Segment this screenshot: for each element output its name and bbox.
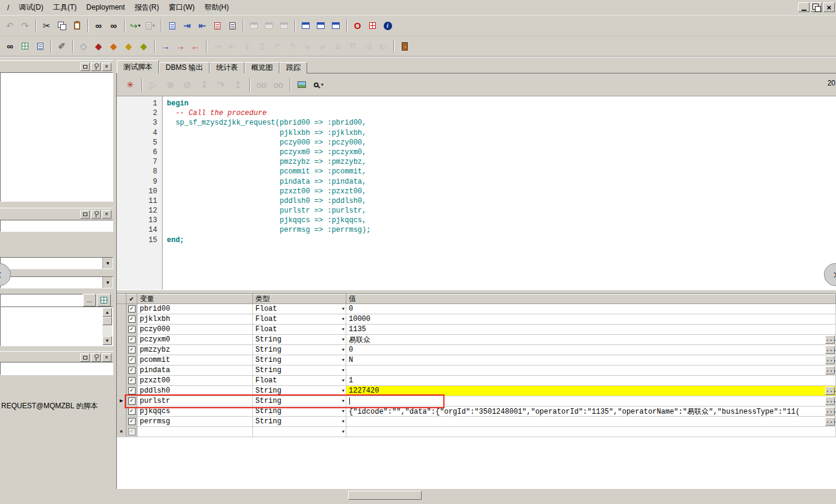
menu-item-5[interactable]: 窗口(W) — [164, 1, 199, 14]
spectacles-button[interactable]: ∞ — [2, 39, 17, 54]
listbox-scrollbar[interactable]: ▲ ▼ — [102, 308, 112, 345]
type-dropdown-icon[interactable]: ▼ — [342, 409, 345, 414]
scrollbar-thumb[interactable] — [348, 491, 422, 500]
filter-combobox-1[interactable]: ▼ — [0, 257, 113, 269]
tools-wrench-button[interactable]: ✐ — [54, 39, 69, 54]
debug-step-8-button[interactable]: ↲ — [315, 39, 330, 54]
value-cell[interactable]: 1227420... — [346, 386, 836, 396]
grid-row[interactable]: ✓pczy000Float▼1135 — [117, 325, 836, 335]
grid-row[interactable]: *✓▼ — [117, 427, 836, 437]
variable-cell[interactable]: pzxzt00 — [137, 376, 253, 385]
variable-cell[interactable]: pindata — [137, 366, 253, 375]
row-checkbox[interactable]: ✓ — [128, 428, 136, 435]
filter-combobox-2[interactable]: ▼ — [0, 276, 113, 288]
step-over-button[interactable]: ↷ — [213, 77, 229, 93]
form-grid-button[interactable] — [17, 39, 33, 54]
value-ellipsis-button[interactable]: ... — [825, 387, 835, 395]
value-ellipsis-button[interactable]: ... — [825, 335, 835, 344]
type-cell[interactable]: Float▼ — [253, 325, 346, 334]
oracle-home-button[interactable]: O — [350, 18, 365, 34]
window-list-button[interactable] — [276, 18, 292, 34]
value-cell[interactable]: 0 — [346, 304, 836, 314]
row-checkbox[interactable]: ✓ — [128, 397, 136, 405]
gem-orange-button[interactable]: ◆ — [106, 39, 121, 54]
format-code-button[interactable] — [210, 18, 225, 34]
tab-概览图[interactable]: 概览图 — [245, 62, 279, 73]
find-button[interactable]: ∞ — [91, 18, 106, 34]
open-recent-button[interactable]: ▾ — [143, 18, 158, 34]
debug-step-4-button[interactable]: ↥ — [255, 39, 270, 54]
panel-close-button[interactable]: × — [102, 63, 111, 71]
value-cell[interactable]: ... — [346, 396, 836, 406]
panel-close-button[interactable]: × — [102, 353, 111, 362]
path-input[interactable] — [0, 294, 83, 306]
panel-pin-button[interactable] — [91, 353, 101, 362]
value-column-header[interactable]: 值 — [346, 294, 836, 304]
row-checkbox[interactable]: ✓ — [128, 377, 136, 384]
tab-测试脚本[interactable]: 测试脚本 — [117, 60, 159, 73]
object-browser-panel[interactable] — [0, 72, 113, 202]
scroll-up-icon[interactable]: ▲ — [102, 308, 112, 317]
small-panel[interactable] — [0, 220, 113, 232]
report-doc-button[interactable] — [33, 39, 48, 54]
type-cell[interactable]: Float▼ — [253, 314, 346, 324]
value-cell[interactable]: 1 — [346, 376, 836, 385]
gem-gold-button[interactable]: ◆ — [121, 39, 136, 54]
tab-统计表[interactable]: 统计表 — [210, 62, 245, 73]
debug-step-12-button[interactable]: ⇇ — [375, 39, 390, 54]
grid-row[interactable]: ✓perrmsgString▼... — [117, 417, 836, 427]
browse-button[interactable]: ... — [83, 294, 96, 306]
undo-button[interactable]: ↶ — [2, 18, 17, 34]
new-document-button[interactable] — [164, 18, 179, 34]
debug-step-7-button[interactable]: ↳ — [300, 39, 315, 54]
variable-cell[interactable]: pbrid00 — [137, 304, 253, 314]
item-listbox[interactable]: ▲ ▼ — [0, 306, 113, 346]
find-next-button[interactable]: ∞ — [106, 18, 121, 34]
check-all-header[interactable]: ✔ — [126, 294, 137, 304]
value-cell[interactable] — [346, 427, 836, 437]
grid-row[interactable]: ✓pcommitString▼N... — [117, 355, 836, 366]
horizontal-scrollbar[interactable] — [116, 490, 836, 500]
menu-item-3[interactable]: Deployment — [81, 1, 129, 14]
value-cell[interactable]: 10000 — [346, 314, 836, 324]
arrange-windows-button[interactable] — [328, 18, 343, 34]
type-cell[interactable]: String▼ — [253, 335, 346, 344]
redo-button[interactable]: ↷ — [17, 18, 33, 34]
type-dropdown-icon[interactable]: ▼ — [342, 337, 345, 342]
grid-row[interactable]: ✓pzxzt00Float▼1 — [117, 376, 836, 386]
type-dropdown-icon[interactable]: ▼ — [342, 388, 345, 393]
execute-red-button[interactable]: → — [173, 39, 188, 54]
value-cell[interactable]: {"idcode":"","data":{"orgId":"3501248001… — [346, 406, 836, 416]
profiler-start-button[interactable]: oo — [253, 77, 270, 93]
editor-grid-splitter[interactable] — [117, 290, 836, 294]
debug-step-1-button[interactable]: ⇥ — [210, 39, 225, 54]
row-checkbox[interactable]: ✓ — [128, 316, 136, 323]
type-dropdown-icon[interactable]: ▼ — [342, 399, 345, 403]
type-cell[interactable]: String▼ — [253, 406, 346, 416]
chevron-down-icon[interactable]: ▼ — [102, 277, 113, 288]
debug-step-10-button[interactable]: ⇈ — [345, 39, 360, 54]
exit-door-button[interactable] — [397, 39, 412, 54]
prev-window-button[interactable] — [246, 18, 261, 34]
cut-button[interactable]: ✂ — [39, 18, 54, 34]
panel-pin-button[interactable] — [91, 210, 101, 219]
restore-button[interactable] — [811, 2, 822, 12]
row-checkbox[interactable]: ✓ — [128, 356, 136, 364]
load-template-button[interactable]: ↪▾ — [128, 18, 143, 34]
panel-pin-button[interactable] — [91, 63, 101, 71]
type-cell[interactable]: String▼ — [253, 417, 346, 426]
value-cell[interactable]: ... — [346, 366, 836, 375]
gem-gray-button[interactable]: ◇ — [76, 39, 91, 54]
variable-cell[interactable]: pjklxbh — [137, 314, 253, 324]
view-picture-button[interactable] — [293, 77, 310, 93]
type-cell[interactable]: String▼ — [253, 396, 346, 406]
debug-step-2-button[interactable]: ⇤ — [225, 39, 240, 54]
find-magnifier-button[interactable]: ▾ — [310, 77, 327, 93]
paste-button[interactable] — [69, 18, 84, 34]
oracle-grid-button[interactable] — [365, 18, 380, 34]
scroll-down-icon[interactable]: ▼ — [102, 336, 112, 345]
execute-forward-button[interactable]: → — [158, 39, 173, 54]
grid-row[interactable]: ✓pjklxbhFloat▼10000 — [117, 314, 836, 325]
type-dropdown-icon[interactable]: ▼ — [342, 419, 345, 424]
value-cell[interactable]: 1135 — [346, 325, 836, 334]
